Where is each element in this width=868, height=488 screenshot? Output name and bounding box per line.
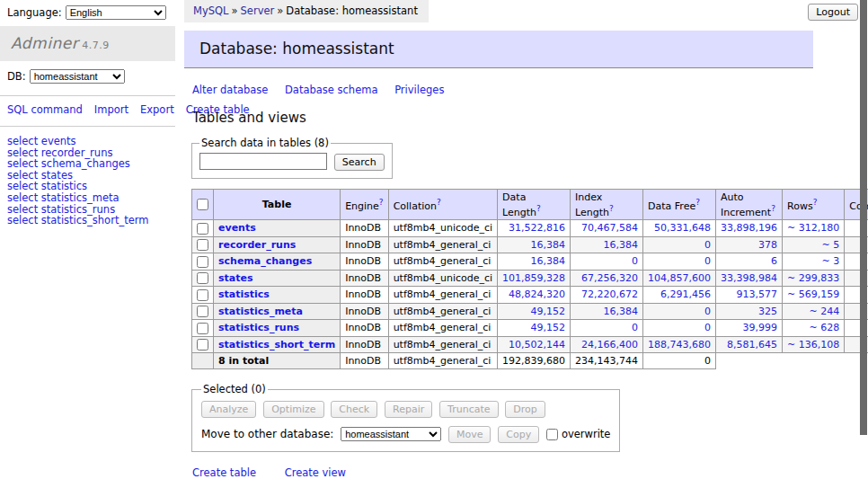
- row-checkbox[interactable]: [197, 339, 208, 350]
- auto-increment-link[interactable]: 913,577: [737, 288, 778, 300]
- table-link[interactable]: statistics: [218, 288, 270, 300]
- move-to-database-label: Move to other database:: [201, 428, 333, 440]
- export-link[interactable]: Export: [140, 103, 174, 116]
- move-button[interactable]: Move: [448, 426, 492, 443]
- move-database-select[interactable]: homeassistant: [341, 427, 441, 441]
- data-free-link[interactable]: 0: [704, 239, 711, 251]
- table-link[interactable]: statistics_short_term: [218, 339, 335, 350]
- data-free-link[interactable]: 188,743,680: [648, 339, 711, 350]
- table-link[interactable]: recorder_runs: [218, 239, 296, 251]
- rows-count-link[interactable]: ~ 299,833: [787, 272, 839, 284]
- rows-count-link[interactable]: ~ 628: [810, 322, 840, 333]
- data-free-link[interactable]: 50,331,648: [654, 222, 711, 234]
- data-free-link[interactable]: 6,291,456: [660, 288, 711, 300]
- rows-count-link[interactable]: ~ 136,108: [787, 339, 839, 350]
- column-header-data-free: Data Free: [648, 200, 695, 212]
- table-link[interactable]: states: [218, 272, 253, 284]
- sidebar-item-select-statistics-short-term[interactable]: select statistics_short_term: [7, 215, 168, 226]
- logout-button[interactable]: Logout: [808, 4, 858, 21]
- rows-help-link[interactable]: ?: [813, 198, 818, 207]
- search-button[interactable]: Search: [334, 154, 385, 171]
- data-length-link[interactable]: 49,152: [531, 306, 566, 317]
- row-checkbox[interactable]: [197, 272, 208, 284]
- rows-count-link[interactable]: ~ 244: [810, 306, 840, 317]
- table-link[interactable]: events: [218, 222, 256, 234]
- data-length-help-link[interactable]: ?: [536, 204, 541, 213]
- db-select[interactable]: homeassistant: [30, 69, 125, 84]
- database-schema-link[interactable]: Database schema: [285, 84, 377, 96]
- language-select[interactable]: English: [66, 5, 166, 20]
- copy-button[interactable]: Copy: [498, 426, 539, 443]
- rows-count-link[interactable]: ~ 312,180: [787, 222, 839, 234]
- import-link[interactable]: Import: [94, 103, 128, 116]
- row-checkbox[interactable]: [197, 323, 208, 334]
- collation-help-link[interactable]: ?: [437, 198, 441, 207]
- data-free-link[interactable]: 104,857,600: [648, 272, 711, 284]
- data-length-link[interactable]: 101,859,328: [502, 272, 565, 284]
- auto-increment-link[interactable]: 378: [758, 239, 777, 251]
- rows-count-link[interactable]: ~ 5: [822, 239, 840, 251]
- data-length-link[interactable]: 31,522,816: [509, 222, 565, 234]
- breadcrumb-server-link[interactable]: Server: [241, 4, 275, 17]
- index-length-link[interactable]: 70,467,584: [581, 222, 638, 234]
- index-length-link[interactable]: 24,166,400: [581, 339, 638, 350]
- breadcrumb-mysql-link[interactable]: MySQL: [193, 4, 229, 17]
- create-table-link[interactable]: Create table: [192, 466, 256, 479]
- data-length-link[interactable]: 10,502,144: [509, 339, 565, 350]
- data-free-link[interactable]: 0: [704, 255, 711, 267]
- analyze-button[interactable]: Analyze: [201, 401, 256, 418]
- data-length-link[interactable]: 16,384: [531, 239, 566, 251]
- auto-increment-link[interactable]: 33,898,196: [721, 222, 777, 234]
- optimize-button[interactable]: Optimize: [263, 401, 323, 418]
- data-free-link[interactable]: 0: [704, 306, 711, 317]
- auto-increment-help-link[interactable]: ?: [771, 204, 775, 213]
- index-length-help-link[interactable]: ?: [609, 204, 614, 213]
- index-length-link[interactable]: 0: [632, 255, 638, 267]
- index-length-link[interactable]: 16,384: [604, 306, 639, 317]
- collation-cell: utf8mb4_general_ci: [388, 287, 497, 304]
- check-button[interactable]: Check: [331, 401, 377, 418]
- auto-increment-link[interactable]: 325: [758, 306, 777, 317]
- index-length-link[interactable]: 72,220,672: [581, 288, 638, 300]
- overwrite-checkbox[interactable]: [546, 429, 558, 440]
- drop-button[interactable]: Drop: [505, 401, 545, 418]
- data-length-link[interactable]: 48,824,320: [509, 288, 565, 300]
- vertical-scrollbar[interactable]: [860, 0, 867, 435]
- engine-help-link[interactable]: ?: [379, 198, 384, 207]
- total-data-length: 192,839,680: [498, 353, 571, 369]
- privileges-link[interactable]: Privileges: [394, 84, 444, 96]
- row-checkbox[interactable]: [197, 256, 208, 268]
- row-checkbox[interactable]: [197, 306, 208, 317]
- truncate-button[interactable]: Truncate: [439, 401, 498, 418]
- search-input[interactable]: [199, 153, 327, 170]
- table-link[interactable]: statistics_runs: [218, 322, 299, 333]
- data-free-help-link[interactable]: ?: [695, 198, 700, 207]
- sidebar-item-select-events[interactable]: select events: [7, 136, 168, 147]
- table-row: states InnoDB utf8mb4_unicode_ci 101,859…: [192, 270, 868, 287]
- data-length-link[interactable]: 16,384: [531, 255, 566, 267]
- rows-count-link[interactable]: ~ 3: [822, 255, 840, 267]
- row-checkbox[interactable]: [197, 289, 208, 301]
- sidebar-item-select-schema-changes[interactable]: select schema_changes: [7, 158, 168, 170]
- data-length-link[interactable]: 49,152: [531, 322, 566, 333]
- table-link[interactable]: statistics_meta: [218, 306, 303, 317]
- sql-command-link[interactable]: SQL command: [7, 103, 83, 116]
- auto-increment-link[interactable]: 8,581,645: [727, 339, 777, 350]
- table-link[interactable]: schema_changes: [218, 255, 312, 267]
- select-all-checkbox[interactable]: [197, 199, 208, 210]
- data-free-link[interactable]: 0: [704, 322, 711, 333]
- auto-increment-link[interactable]: 6: [771, 255, 777, 267]
- row-checkbox[interactable]: [197, 223, 208, 235]
- auto-increment-link[interactable]: 33,398,984: [721, 272, 777, 284]
- rows-count-link[interactable]: ~ 569,159: [787, 288, 839, 300]
- row-checkbox[interactable]: [197, 239, 208, 251]
- index-length-link[interactable]: 67,256,320: [581, 272, 638, 284]
- auto-increment-link[interactable]: 39,999: [743, 322, 778, 333]
- index-length-link[interactable]: 0: [632, 322, 638, 333]
- create-view-link[interactable]: Create view: [285, 466, 346, 479]
- sidebar-item-select-statistics-meta[interactable]: select statistics_meta: [7, 192, 168, 204]
- index-length-link[interactable]: 16,384: [604, 239, 639, 251]
- repair-button[interactable]: Repair: [385, 401, 432, 418]
- alter-database-link[interactable]: Alter database: [192, 84, 268, 96]
- breadcrumb-separator: »: [274, 4, 286, 17]
